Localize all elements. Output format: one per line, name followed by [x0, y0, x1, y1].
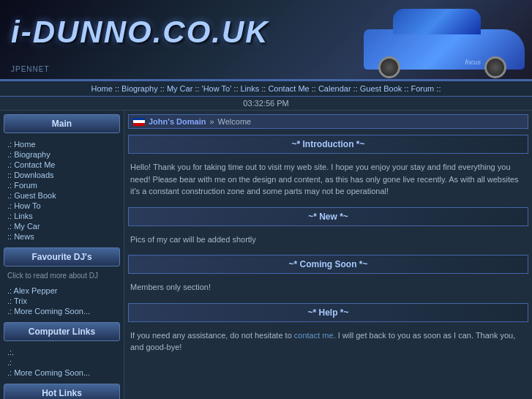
sidebar-djs-click-text: Click to read more about DJ — [4, 270, 120, 281]
domain-name: John's Domain — [149, 117, 206, 126]
sidebar-item-links[interactable]: .: Links — [7, 211, 116, 221]
nav-how-to[interactable]: 'How To' — [202, 84, 232, 93]
nav-links[interactable]: Links — [241, 84, 260, 93]
sidebar-item-trix[interactable]: .: Trix — [7, 296, 116, 306]
sidebar-item-comp-more[interactable]: .: More Coming Soon... — [7, 368, 116, 378]
intro-header: ~* Introduction *~ — [128, 135, 528, 154]
site-logo: i-DUNNO.CO.UK — [11, 15, 269, 50]
sidebar-computer-links: .:. .: .: More Coming Soon... — [4, 345, 120, 380]
sidebar-item-alex[interactable]: .: Alex Pepper — [7, 286, 116, 296]
sidebar-item-howto[interactable]: .: How To — [7, 201, 116, 211]
nav-forum[interactable]: Forum — [411, 84, 435, 93]
sidebar-djs-links: .: Alex Pepper .: Trix .: More Coming So… — [4, 283, 120, 318]
sidebar-item-biography[interactable]: .: Biography — [7, 149, 116, 160]
navigation-bar: Home :: Biography :: My Car :: 'How To' … — [0, 81, 532, 97]
jpennet-label: JPENNET — [11, 65, 50, 73]
sidebar-item-contact[interactable]: .: Contact Me — [7, 160, 116, 170]
domain-bar: John's Domain » Welcome — [128, 114, 528, 129]
flag-icon — [133, 118, 145, 126]
sidebar-item-home[interactable]: .: Home — [7, 139, 116, 149]
sidebar-computer-button[interactable]: Computer Links — [4, 322, 120, 341]
sidebar-item-downloads[interactable]: :: Downloads — [7, 170, 116, 180]
sidebar-item-djs-more[interactable]: .: More Coming Soon... — [7, 306, 116, 316]
coming-text: Members only section! — [128, 277, 528, 297]
intro-text: Hello! Thank you for taking time out to … — [128, 157, 528, 201]
sidebar-item-guestbook[interactable]: .: Guest Book — [7, 190, 116, 201]
nav-guestbook[interactable]: Guest Book — [360, 84, 402, 93]
nav-calendar[interactable]: Calendar — [318, 84, 351, 93]
sidebar-djs-button[interactable]: Favourite DJ's — [4, 247, 120, 266]
help-text: If you need any assistance, do not hesit… — [128, 326, 528, 357]
car-wheel-left — [378, 56, 400, 78]
welcome-separator: » — [209, 117, 214, 126]
logo-text: i-DUNNO.CO.UK — [11, 15, 269, 49]
car-silhouette: focus — [364, 29, 525, 70]
main-layout: Main .: Home .: Biography .: Contact Me … — [0, 111, 532, 399]
car-model-label: focus — [465, 59, 481, 66]
car-roof — [393, 9, 481, 34]
sidebar-main-button[interactable]: Main — [4, 114, 120, 133]
sidebar-hot-button[interactable]: Hot Links — [4, 384, 120, 399]
sidebar-item-comp1[interactable]: .:. — [7, 347, 116, 357]
sidebar-item-mycar[interactable]: .: My Car — [7, 221, 116, 231]
help-header: ~* Help *~ — [128, 303, 528, 322]
site-header: i-DUNNO.CO.UK JPENNET focus — [0, 0, 532, 81]
sidebar-main-links: .: Home .: Biography .: Contact Me :: Do… — [4, 137, 120, 244]
nav-biography[interactable]: Biography — [121, 84, 158, 93]
nav-my-car[interactable]: My Car — [167, 84, 192, 93]
sidebar: Main .: Home .: Biography .: Contact Me … — [0, 111, 124, 399]
sidebar-item-forum[interactable]: .: Forum — [7, 180, 116, 190]
time-display: 03:32:56 PM — [0, 97, 532, 111]
coming-header: ~* Coming Soon *~ — [128, 255, 528, 274]
sidebar-item-news[interactable]: :: News — [7, 231, 116, 242]
new-header: ~* New *~ — [128, 207, 528, 226]
help-text-before: If you need any assistance, do not hesit… — [130, 331, 294, 340]
nav-home[interactable]: Home — [91, 84, 113, 93]
current-time: 03:32:56 PM — [243, 99, 288, 108]
content-area: John's Domain » Welcome ~* Introduction … — [124, 111, 532, 399]
welcome-text: Welcome — [218, 117, 252, 126]
header-car-graphic: focus — [327, 0, 532, 81]
sidebar-item-comp2[interactable]: .: — [7, 357, 116, 368]
contact-me-link[interactable]: contact me — [294, 331, 334, 340]
car-wheel-right — [484, 56, 506, 78]
new-text: Pics of my car will be added shortly — [128, 230, 528, 250]
car-body — [364, 29, 525, 70]
nav-contact[interactable]: Contact Me — [268, 84, 309, 93]
